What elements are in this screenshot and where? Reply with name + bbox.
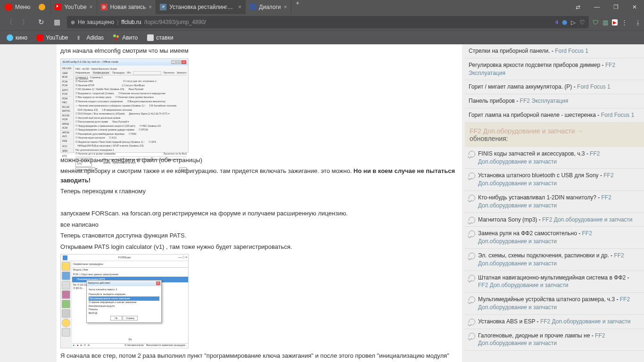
extension-youtube-icon[interactable]: ▶	[612, 19, 618, 25]
app-title: FORScan	[118, 255, 131, 260]
forum-update[interactable]: Установка штатного bluetooth с USB для S…	[465, 169, 644, 191]
forum-update[interactable]: Штатная навигационно-мультимедийная сист…	[465, 271, 644, 293]
forward-button: 〉	[19, 16, 31, 28]
bookmark-youtube[interactable]: YouTube	[33, 31, 72, 44]
panel-title: Сервисные процедуры	[73, 263, 103, 265]
menu-label: Меню	[15, 4, 30, 10]
back-button[interactable]: 〈	[3, 16, 15, 28]
more-extensions-icon[interactable]: ⋮	[621, 19, 627, 26]
comment-icon	[469, 151, 475, 157]
browser-titlebar: Меню YouTube × D Новая запись × ff Устан…	[0, 0, 644, 14]
vpn-icon[interactable]: ▷	[571, 19, 576, 26]
post-text: все написано	[60, 220, 458, 230]
new-tab-button[interactable]: +	[291, 0, 304, 14]
tab-title: Диалоги	[259, 4, 281, 10]
tool-icon	[62, 300, 70, 308]
tab-title: Новая запись	[110, 4, 146, 10]
tab-vk[interactable]: Диалоги ×	[246, 0, 291, 14]
reload-button[interactable]: ↻	[35, 16, 47, 28]
bookmark-heart-icon[interactable]: ♡	[579, 19, 585, 26]
tool-icon	[62, 262, 70, 271]
shield-icon[interactable]: 🛡	[593, 19, 599, 26]
left-gutter	[0, 44, 57, 362]
post-text: Теперь становится доступна функция PATS.	[60, 231, 458, 240]
post-body: для начала elmconfig смотрим что мы имее…	[57, 44, 462, 362]
related-topic[interactable]: Горит лампа на приборной панеле - шестер…	[465, 108, 644, 123]
forum-update[interactable]: Замена руля на ФФ2 самостоятельно - FF2 …	[465, 227, 644, 249]
comment-icon	[469, 173, 475, 179]
close-icon[interactable]: ×	[238, 4, 241, 10]
url-input[interactable]: ⊕ Не защищено | ffclub.ru/topic/94393/ju…	[67, 16, 589, 28]
related-topic[interactable]: Регулировка яркости подсветки приборов д…	[465, 58, 644, 81]
tab-drive2[interactable]: D Новая запись ×	[97, 0, 157, 14]
related-topic[interactable]: Стрелки на приборной панели. - Ford Focu…	[465, 44, 644, 58]
dialog-option: Инициализация модуля	[89, 304, 159, 308]
bookmark-label: Авито	[122, 34, 138, 41]
gear-icon	[62, 309, 70, 318]
tool-icon	[62, 272, 70, 280]
adblock-icon[interactable]: ⬣	[562, 19, 567, 26]
tool-icon	[62, 290, 70, 299]
forum-update[interactable]: Галогеновые, диодные и прочие лампы не -…	[465, 329, 644, 351]
close-icon[interactable]: ×	[149, 4, 152, 10]
section-link[interactable]: FF2 Доп.оборудование и запчасти	[470, 127, 575, 135]
close-icon[interactable]: ×	[90, 4, 93, 10]
bookmark-icon	[7, 34, 13, 41]
bookmark-adidas[interactable]: ⫴Adidas	[74, 31, 107, 44]
forum-update[interactable]: Магнитола Sony (mp3) - FF2 Доп.оборудова…	[465, 213, 644, 227]
downloads-icon[interactable]: ⭳	[635, 19, 641, 26]
bookmark-kino[interactable]: кино	[3, 31, 31, 44]
sidebar-toggle-icon[interactable]: ⇄	[569, 4, 587, 10]
post-text: для начала elmconfig смотрим что мы имее…	[60, 46, 458, 56]
tab-0[interactable]	[35, 0, 51, 14]
minimize-button[interactable]: —	[587, 4, 606, 10]
forum-update[interactable]: Мультимедийные устройства штатного разме…	[465, 293, 644, 315]
arrow-icon: →	[577, 127, 583, 135]
post-text: запускаем FORScan. на forscan.org регист…	[60, 209, 458, 218]
forum-update[interactable]: Кто-нибудь устанавливал 1-2DIN магнитолу…	[465, 191, 644, 213]
close-window-button[interactable]: ✕	[625, 4, 644, 10]
extension-savefrom-icon[interactable]: ▥	[603, 19, 608, 26]
maximize-button[interactable]: ❐	[606, 4, 625, 10]
ffclub-icon: ff	[160, 4, 166, 10]
screenshot-forscan[interactable]: FORScan— □ × Сервисные процедуры Модуль …	[60, 254, 189, 348]
bookmark-label: YouTube	[46, 34, 68, 41]
opera-menu-button[interactable]: Меню	[0, 0, 35, 14]
related-topic[interactable]: Панель приборов - FF2 Эксплуатация	[465, 94, 644, 108]
speed-dial-button[interactable]: ▦	[51, 16, 63, 28]
dialog-title: Требуется действие!	[88, 281, 110, 285]
app-icon	[63, 255, 67, 260]
bookmarks-bar: кино YouTube ⫴Adidas Авито ставки	[0, 30, 644, 44]
tab-ffclub[interactable]: ff Установка рестайлингово ×	[156, 0, 246, 14]
post-text: Теперь переходим к главному	[60, 187, 458, 196]
tab-strip: YouTube × D Новая запись × ff Установка …	[35, 0, 569, 14]
comment-icon	[469, 319, 475, 325]
forum-updates-list: FINIS коды запчастей и аксессуаров, ч.3 …	[465, 147, 644, 351]
forum-update[interactable]: FINIS коды запчастей и аксессуаров, ч.3 …	[465, 147, 644, 169]
youtube-icon	[37, 34, 43, 41]
opera-logo-icon	[5, 3, 12, 11]
tool-icon	[62, 281, 70, 289]
vk-icon	[249, 4, 256, 10]
screenshot-elmconfig[interactable]: ELMConfig 0.2.16c by civil-zz - Offline …	[60, 58, 189, 153]
bookmark-stavki[interactable]: ставки	[143, 31, 177, 44]
close-icon: ×	[156, 281, 160, 285]
tab-title: YouTube	[64, 4, 86, 10]
forscan-toolbar	[61, 261, 72, 348]
drive2-icon: D	[101, 4, 107, 10]
sidebar: Стрелки на приборной панели. - Ford Focu…	[462, 44, 644, 362]
app-title: ELMConfig 0.2.16c by civil-zz - Offline …	[63, 60, 118, 64]
comment-icon	[469, 195, 475, 201]
close-icon[interactable]: ×	[284, 4, 287, 10]
bookmark-avito[interactable]: Авито	[109, 31, 141, 44]
sidebar-section-header[interactable]: FF2 Доп.оборудование и запчасти → обновл…	[465, 123, 644, 147]
tool-icon	[62, 319, 70, 327]
tab-youtube[interactable]: YouTube ×	[51, 0, 97, 14]
forum-update[interactable]: Установка ABS и ESP - FF2 Доп.оборудован…	[465, 315, 644, 329]
globe-icon: ⊕	[71, 19, 75, 25]
youtube-icon	[55, 4, 61, 10]
comment-icon	[469, 217, 475, 223]
forum-update[interactable]: Эл. схемы, схемы подключения, распиновки…	[465, 249, 644, 271]
page-content: для начала elmconfig смотрим что мы имее…	[0, 44, 644, 362]
related-topic[interactable]: Горит / мигает лампа аккумулятора. (P) -…	[465, 80, 644, 94]
